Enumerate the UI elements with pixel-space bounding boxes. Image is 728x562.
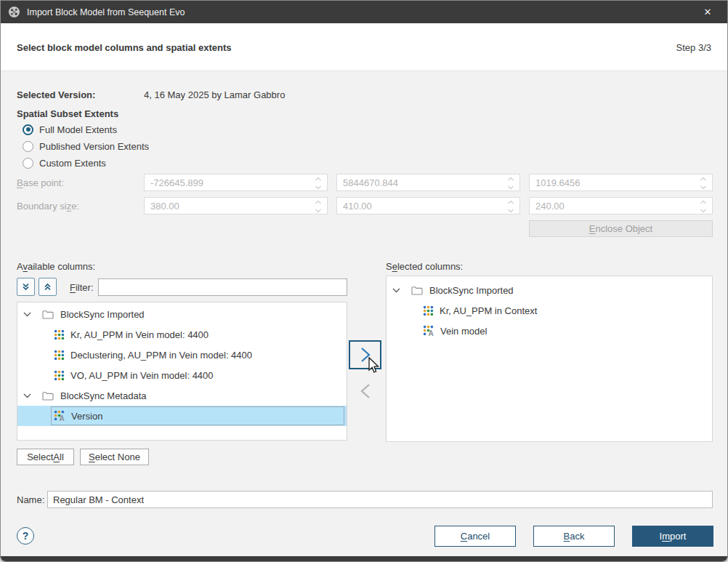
help-button[interactable]: ? bbox=[17, 527, 34, 545]
chevron-left-icon bbox=[359, 382, 372, 400]
name-input[interactable] bbox=[47, 491, 713, 508]
collapse-all-button[interactable] bbox=[39, 278, 57, 296]
window-bottom-edge bbox=[1, 556, 727, 561]
tree-row-folder[interactable]: BlockSync Imported bbox=[387, 280, 712, 300]
base-point-x-spinner[interactable] bbox=[144, 174, 328, 191]
folder-icon bbox=[411, 286, 423, 295]
spinner-arrows-icon[interactable] bbox=[314, 177, 323, 190]
titlebar: Import Block Model from Seequent Evo ✕ bbox=[1, 1, 727, 23]
spinner-arrows-icon[interactable] bbox=[699, 177, 708, 190]
tree-row-label: Version bbox=[71, 411, 102, 422]
boundary-size-z-input[interactable] bbox=[530, 198, 712, 214]
expander-chevron-icon[interactable] bbox=[23, 393, 32, 398]
tree-row-folder[interactable]: BlockSync Metadata bbox=[17, 385, 347, 406]
tree-row-folder[interactable]: BlockSync Imported bbox=[17, 304, 347, 324]
boundary-size-y-spinner[interactable] bbox=[336, 197, 520, 214]
wizard-header: Select block model columns and spatial e… bbox=[1, 23, 727, 71]
tree-row-column[interactable]: VO, AU_PPM in Vein model: 4400 bbox=[17, 365, 347, 385]
tree-row-label: Vein model bbox=[440, 326, 487, 337]
radio-full-model-extents[interactable]: Full Model Extents bbox=[23, 123, 117, 136]
base-point-z-spinner[interactable] bbox=[529, 174, 713, 191]
boundary-size-x-spinner[interactable] bbox=[144, 197, 328, 214]
category-column-icon: A bbox=[423, 325, 434, 337]
spinner-arrows-icon[interactable] bbox=[314, 200, 323, 213]
selected-version-label: Selected Version: bbox=[17, 89, 95, 100]
select-none-button[interactable]: Select None bbox=[80, 449, 149, 465]
tree-row-column[interactable]: Declustering, AU_PPM in Vein model: 4400 bbox=[17, 345, 347, 365]
tree-row-column[interactable]: Kr, AU_PPM in Vein model: 4400 bbox=[17, 324, 347, 345]
double-chevron-up-icon bbox=[43, 282, 52, 292]
spinner-arrows-icon[interactable] bbox=[506, 177, 515, 190]
expand-all-button[interactable] bbox=[17, 278, 35, 296]
select-all-button[interactable]: Select All bbox=[17, 449, 74, 465]
available-columns-label: Available columns: bbox=[17, 261, 95, 272]
cancel-button[interactable]: Cancel bbox=[434, 526, 516, 547]
base-point-x-input[interactable] bbox=[145, 174, 327, 190]
boundary-size-x-input[interactable] bbox=[145, 198, 327, 214]
enclose-object-button[interactable]: Enclose Object bbox=[529, 220, 713, 237]
selected-columns-tree[interactable]: BlockSync Imported Kr, AU_PPM in Context… bbox=[386, 276, 713, 442]
tree-row-label: VO, AU_PPM in Vein model: 4400 bbox=[70, 370, 214, 381]
filter-input[interactable] bbox=[98, 278, 347, 296]
base-point-y-input[interactable] bbox=[337, 174, 519, 190]
radio-label: Custom Extents bbox=[39, 158, 106, 169]
base-point-z-input[interactable] bbox=[530, 174, 712, 190]
numeric-column-icon bbox=[54, 350, 65, 361]
tree-row-label: Kr, AU_PPM in Vein model: 4400 bbox=[70, 329, 209, 340]
remove-column-button[interactable] bbox=[350, 377, 381, 406]
radio-custom-extents[interactable]: Custom Extents bbox=[23, 156, 106, 169]
import-button[interactable]: Import bbox=[632, 526, 713, 547]
expander-chevron-icon[interactable] bbox=[23, 312, 32, 317]
tree-row-column[interactable]: Kr, AU_PPM in Context bbox=[387, 300, 712, 321]
svg-text:A: A bbox=[59, 414, 64, 422]
folder-icon bbox=[42, 391, 54, 401]
available-columns-tree[interactable]: BlockSync Imported Kr, AU_PPM in Vein mo… bbox=[17, 302, 347, 441]
tree-row-label: BlockSync Imported bbox=[429, 285, 514, 296]
filter-label: Filter: bbox=[70, 282, 94, 293]
tree-row-label: Declustering, AU_PPM in Vein model: 4400 bbox=[70, 350, 252, 361]
spinner-arrows-icon[interactable] bbox=[699, 200, 708, 213]
close-icon[interactable]: ✕ bbox=[695, 1, 720, 23]
svg-text:A: A bbox=[428, 329, 433, 337]
boundary-size-y-input[interactable] bbox=[337, 198, 519, 214]
numeric-column-icon bbox=[54, 329, 65, 340]
radio-off-icon bbox=[23, 158, 33, 169]
base-point-y-spinner[interactable] bbox=[336, 174, 520, 191]
tree-row-label: Kr, AU_PPM in Context bbox=[440, 305, 537, 316]
tree-row-column[interactable]: A Vein model bbox=[387, 321, 712, 341]
double-chevron-down-icon bbox=[21, 282, 31, 292]
chevron-right-icon bbox=[359, 346, 372, 364]
radio-published-version-extents[interactable]: Published Version Extents bbox=[23, 140, 149, 153]
boundary-size-z-spinner[interactable] bbox=[529, 197, 713, 214]
spatial-extents-label: Spatial Subset Extents bbox=[17, 108, 118, 119]
expander-chevron-icon[interactable] bbox=[392, 288, 401, 293]
back-button[interactable]: Back bbox=[533, 526, 615, 547]
radio-label: Published Version Extents bbox=[39, 141, 149, 152]
boundary-size-label: Boundary size: bbox=[17, 201, 79, 212]
add-column-button[interactable] bbox=[349, 340, 381, 369]
tree-row-label: BlockSync Imported bbox=[60, 309, 145, 320]
step-indicator: Step 3/3 bbox=[676, 42, 711, 53]
seequent-evo-icon bbox=[8, 6, 20, 18]
tree-row-label: BlockSync Metadata bbox=[60, 390, 147, 401]
question-mark-icon: ? bbox=[23, 530, 29, 542]
base-point-label: Base point: bbox=[17, 177, 64, 188]
tree-row-column-selected[interactable]: A Version bbox=[17, 406, 347, 426]
page-title: Select block model columns and spatial e… bbox=[17, 42, 231, 53]
radio-on-icon bbox=[23, 124, 33, 135]
selected-columns-label: Selected columns: bbox=[386, 261, 463, 272]
window-title: Import Block Model from Seequent Evo bbox=[27, 7, 185, 17]
radio-off-icon bbox=[23, 141, 33, 152]
name-label: Name: bbox=[17, 494, 44, 505]
selected-version-value: 4, 16 May 2025 by Lamar Gabbro bbox=[144, 89, 285, 100]
import-block-model-dialog: Import Block Model from Seequent Evo ✕ S… bbox=[0, 0, 728, 562]
folder-icon bbox=[42, 310, 54, 319]
numeric-column-icon bbox=[54, 370, 65, 381]
radio-label: Full Model Extents bbox=[39, 124, 117, 135]
category-column-icon: A bbox=[54, 410, 65, 422]
numeric-column-icon bbox=[423, 305, 434, 316]
spinner-arrows-icon[interactable] bbox=[506, 200, 515, 213]
